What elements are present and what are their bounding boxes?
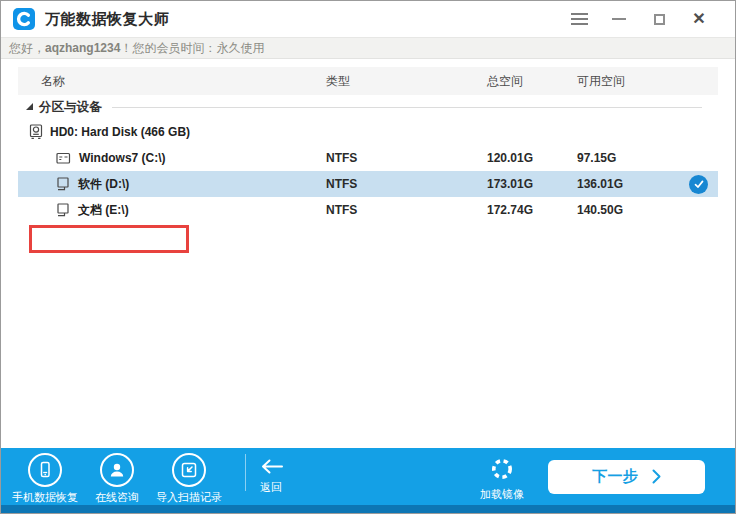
- device-label: HD0: Hard Disk (466 GB): [50, 125, 190, 139]
- partition-type: NTFS: [326, 203, 487, 217]
- footer-toolbar: 手机数据恢复 在线咨询 导入扫描记录: [1, 448, 735, 505]
- back-arrow-icon: [260, 458, 284, 475]
- tree-group-partitions[interactable]: 分区与设备: [18, 95, 718, 119]
- import-scan-record-button[interactable]: 导入扫描记录: [153, 448, 225, 505]
- app-window: 万能数据恢复大师 ✕ 您好，aqzhang1234！您的会员时间：永久使用 名称…: [0, 0, 736, 514]
- tree-group-label: 分区与设备: [39, 99, 102, 116]
- partition-row-c[interactable]: Windows7 (C:\) NTFS 120.01G 97.15G: [18, 145, 718, 171]
- partition-name: 软件 (D:\): [78, 176, 129, 193]
- minimize-button[interactable]: [609, 9, 629, 29]
- partition-free: 136.01G: [577, 177, 679, 191]
- member-status-bar: 您好，aqzhang1234！您的会员时间：永久使用: [1, 37, 735, 59]
- next-step-label: 下一步: [593, 467, 638, 486]
- selection-highlight-box: [29, 225, 189, 253]
- system-drive-icon: [56, 152, 71, 165]
- partition-type: NTFS: [326, 177, 487, 191]
- hard-disk-icon: [29, 124, 43, 140]
- partition-type: NTFS: [326, 151, 487, 165]
- footer-bottom-strip: [1, 505, 735, 513]
- window-controls: ✕: [569, 9, 735, 29]
- partition-drive-icon: [56, 177, 70, 191]
- window-title: 万能数据恢复大师: [45, 10, 169, 29]
- maximize-button[interactable]: [649, 9, 669, 29]
- partition-total: 173.01G: [487, 177, 577, 191]
- partition-free: 140.50G: [577, 203, 679, 217]
- column-header-free: 可用空间: [577, 73, 679, 90]
- menu-icon[interactable]: [569, 9, 589, 29]
- next-step-button[interactable]: 下一步: [548, 460, 705, 494]
- partition-row-d[interactable]: 软件 (D:\) NTFS 173.01G 136.01G: [18, 171, 718, 197]
- dashed-circle-icon: [490, 457, 514, 481]
- app-logo-icon: [13, 8, 35, 30]
- column-header-name: 名称: [18, 73, 326, 90]
- load-image-button[interactable]: 加载镜像: [470, 448, 534, 505]
- partition-total: 120.01G: [487, 151, 577, 165]
- footer-divider: [245, 454, 246, 491]
- person-icon: [100, 453, 134, 487]
- action-label: 手机数据恢复: [12, 490, 78, 505]
- back-label: 返回: [260, 480, 282, 495]
- online-consult-button[interactable]: 在线咨询: [81, 448, 153, 505]
- chevron-right-icon: [652, 469, 661, 484]
- load-image-label: 加载镜像: [480, 487, 524, 502]
- partition-total: 172.74G: [487, 203, 577, 217]
- username: aqzhang1234: [45, 41, 120, 55]
- back-button[interactable]: 返回: [260, 448, 284, 505]
- column-header-type: 类型: [326, 73, 487, 90]
- partition-name: Windows7 (C:\): [79, 151, 166, 165]
- partition-row-e[interactable]: 文档 (E:\) NTFS 172.74G 140.50G: [18, 197, 718, 223]
- drive-list-panel: 名称 类型 总空间 可用空间 分区与设备 HD0: Hard Disk (466…: [1, 59, 735, 448]
- device-row-hd0[interactable]: HD0: Hard Disk (466 GB): [18, 119, 718, 145]
- close-button[interactable]: ✕: [689, 9, 709, 29]
- greeting-suffix: ！您的会员时间：永久使用: [120, 40, 264, 57]
- selected-check-icon[interactable]: [689, 175, 708, 194]
- partition-free: 97.15G: [577, 151, 679, 165]
- partition-drive-icon: [56, 203, 70, 217]
- partition-name: 文档 (E:\): [78, 202, 129, 219]
- title-bar: 万能数据恢复大师 ✕: [1, 1, 735, 37]
- column-header-total: 总空间: [487, 73, 577, 90]
- import-icon: [172, 453, 206, 487]
- group-divider-line: [112, 107, 703, 108]
- tree-expanded-icon: [26, 103, 33, 110]
- phone-recovery-button[interactable]: 手机数据恢复: [9, 448, 81, 505]
- table-header: 名称 类型 总空间 可用空间: [18, 67, 718, 95]
- phone-icon: [28, 453, 62, 487]
- greeting-prefix: 您好，: [9, 40, 45, 57]
- action-label: 在线咨询: [95, 490, 139, 505]
- action-label: 导入扫描记录: [156, 490, 222, 505]
